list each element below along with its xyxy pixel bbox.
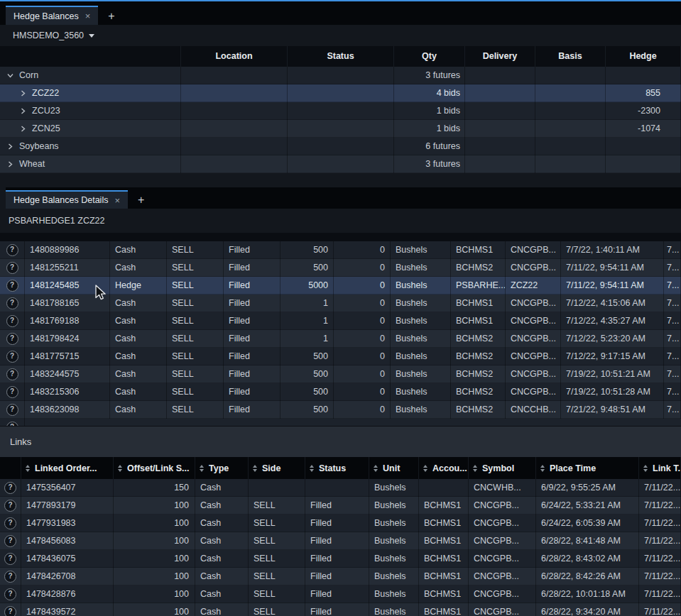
info-icon[interactable]: ?	[4, 553, 16, 565]
row-icon-cell: ?	[0, 348, 25, 365]
add-tab-button[interactable]: +	[108, 11, 114, 22]
details-row[interactable]: ? 1483623098 Cash SELL Filled 500 0 Bush…	[0, 401, 681, 419]
status-cell: Filled	[224, 383, 280, 401]
info-icon[interactable]: ?	[6, 368, 18, 380]
expand-chevron-icon[interactable]	[7, 143, 13, 150]
info-icon[interactable]: ?	[4, 606, 16, 616]
sort-icon[interactable]	[118, 465, 122, 472]
status-cell	[288, 102, 394, 120]
details-row[interactable]: ? 1481255211 Cash SELL Filled 500 0 Bush…	[0, 259, 681, 277]
column-header-unit[interactable]: Unit	[369, 457, 419, 479]
expand-chevron-icon[interactable]	[20, 126, 26, 132]
column-header-delivery[interactable]: Delivery	[465, 46, 535, 67]
column-header-side[interactable]: Side	[249, 457, 305, 479]
sort-icon[interactable]	[374, 465, 378, 472]
column-header-offset-link-size[interactable]: Offset/Link S...	[114, 457, 195, 479]
hedge-tree-row[interactable]: ZCN25 1 bids -1074	[0, 120, 681, 138]
close-tab-icon[interactable]: ×	[114, 195, 120, 206]
column-header-place-time[interactable]: Place Time	[536, 457, 639, 479]
links-row[interactable]: ? 1477931983 100 Cash SELL Filled Bushel…	[0, 515, 681, 532]
links-row[interactable]: ? 1477893179 100 Cash SELL Filled Bushel…	[0, 497, 681, 515]
column-header-link-time[interactable]: Link T...	[639, 457, 681, 479]
info-icon[interactable]: ?	[6, 244, 18, 256]
info-icon[interactable]: ?	[4, 517, 16, 529]
info-icon[interactable]: ?	[6, 315, 18, 327]
details-row[interactable]: ? 1481245485 Hedge SELL Filled 5000 0 Bu…	[0, 277, 681, 295]
location-cell	[181, 84, 288, 102]
hedge-tree-row[interactable]: Corn 3 futures	[0, 67, 681, 84]
column-header-basis[interactable]: Basis	[535, 46, 606, 67]
sort-icon[interactable]	[423, 465, 427, 472]
info-icon[interactable]: ?	[4, 588, 16, 600]
sort-icon[interactable]	[200, 465, 204, 472]
details-row[interactable]: ? 1481798424 Cash SELL Filled 1 0 Bushel…	[0, 330, 681, 348]
account-cell: BCHMS1	[419, 568, 469, 585]
close-tab-icon[interactable]: ×	[85, 11, 91, 21]
info-icon[interactable]: ?	[6, 351, 18, 363]
expand-chevron-icon[interactable]	[7, 161, 13, 167]
sort-icon[interactable]	[643, 465, 648, 472]
expand-chevron-icon[interactable]	[20, 108, 26, 114]
hedge-tree-row[interactable]: Wheat 3 futures	[0, 155, 681, 173]
sort-icon[interactable]	[310, 465, 314, 472]
link-time-cell: 7/11/22...	[639, 497, 681, 515]
info-icon[interactable]: ?	[4, 482, 16, 494]
links-row[interactable]: ? 1478439572 100 Cash SELL Filled Bushel…	[0, 603, 681, 616]
location-cell	[181, 138, 288, 155]
details-row[interactable]: ? 1480889986 Cash SELL Filled 500 0 Bush…	[0, 241, 681, 259]
working-qty-cell: 0	[334, 277, 391, 295]
links-row[interactable]: ? 1478426708 100 Cash SELL Filled Bushel…	[0, 568, 681, 585]
links-row[interactable]: ? 1478428876 100 Cash SELL Filled Bushel…	[0, 585, 681, 603]
linked-order-cell: 1478426708	[21, 568, 114, 585]
column-header-status[interactable]: Status	[305, 457, 369, 479]
column-header-qty[interactable]: Qty	[394, 46, 465, 67]
details-row[interactable]: ? 1483244575 Cash SELL Filled 500 0 Bush…	[0, 365, 681, 383]
info-icon[interactable]: ?	[6, 262, 18, 274]
sort-icon[interactable]	[540, 465, 545, 472]
tab-hedge-balances[interactable]: Hedge Balances ×	[6, 6, 98, 25]
details-row[interactable]: ? 1481775715 Cash SELL Filled 500 0 Bush…	[0, 348, 681, 365]
symbol-cell: CNCCHB...	[506, 401, 561, 419]
info-icon[interactable]: ?	[6, 404, 18, 416]
delivery-cell	[465, 138, 535, 155]
links-row[interactable]: ? 1478436075 100 Cash SELL Filled Bushel…	[0, 550, 681, 568]
info-icon[interactable]: ?	[4, 500, 16, 512]
column-header-location[interactable]: Location	[181, 46, 288, 67]
panel-gap	[0, 173, 681, 187]
links-row[interactable]: ? 1478456083 100 Cash SELL Filled Bushel…	[0, 532, 681, 550]
links-row[interactable]: ? 1475356407 150 Cash Bushels CNCWHB... …	[0, 479, 681, 497]
linked-order-cell: 1478456083	[21, 532, 114, 550]
order-id-cell: 1481255211	[25, 259, 110, 277]
hedge-tree-row[interactable]: ZCU23 1 bids -2300	[0, 102, 681, 120]
info-icon[interactable]: ?	[6, 333, 18, 345]
expand-chevron-icon[interactable]	[20, 90, 26, 97]
info-icon[interactable]: ?	[4, 535, 16, 547]
instrument-cell: ZCU23	[0, 102, 181, 120]
info-icon[interactable]: ?	[6, 297, 18, 309]
column-header-linked-order[interactable]: Linked Order...	[21, 457, 114, 479]
tab-hedge-balances-details[interactable]: Hedge Balances Details ×	[6, 190, 128, 209]
column-header-type[interactable]: Type	[195, 457, 249, 479]
details-row[interactable]: ? 1481788165 Cash SELL Filled 1 0 Bushel…	[0, 295, 681, 312]
dataset-dropdown[interactable]: HMSDEMO_3560	[13, 31, 94, 40]
basis-cell	[535, 67, 606, 84]
details-row[interactable]: ? 1481769188 Cash SELL Filled 1 0 Bushel…	[0, 312, 681, 330]
hedge-tree-row[interactable]: Soybeans 6 futures	[0, 138, 681, 155]
type-cell: Cash	[195, 550, 249, 568]
info-icon[interactable]: ?	[6, 386, 18, 398]
symbol-cell: CNCGPB...	[469, 585, 536, 603]
sort-icon[interactable]	[26, 465, 30, 472]
add-tab-button[interactable]: +	[138, 194, 144, 206]
info-icon[interactable]: ?	[4, 571, 16, 583]
links-body: ? 1475356407 150 Cash Bushels CNCWHB... …	[0, 479, 681, 616]
expand-chevron-icon[interactable]	[7, 72, 13, 79]
column-header-symbol[interactable]: Symbol	[469, 457, 536, 479]
column-header-hedge[interactable]: Hedge	[606, 46, 681, 67]
sort-icon[interactable]	[473, 465, 477, 472]
hedge-tree-row[interactable]: ZCZ22 4 bids 855	[0, 84, 681, 102]
info-icon[interactable]: ?	[6, 280, 18, 292]
column-header-account[interactable]: Accou...	[419, 457, 469, 479]
details-row[interactable]: ? 1483215306 Cash SELL Filled 500 0 Bush…	[0, 383, 681, 401]
sort-icon[interactable]	[253, 465, 257, 472]
column-header-status[interactable]: Status	[288, 46, 394, 67]
